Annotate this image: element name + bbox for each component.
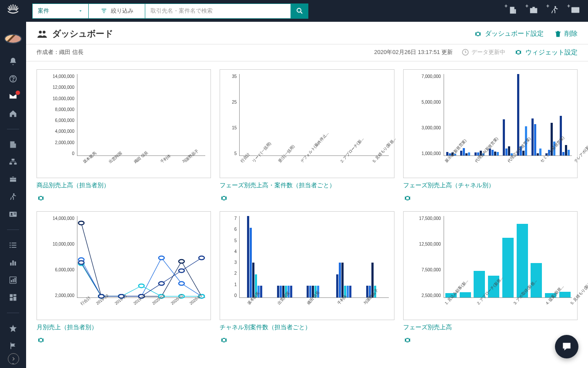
widget: 17,500,00012,500,0007,500,0002,500,0001.… (403, 211, 578, 344)
widget-gear-icon[interactable] (220, 336, 228, 344)
svg-rect-20 (11, 280, 12, 282)
svg-rect-25 (13, 297, 17, 300)
new-deal-icon[interactable]: + (529, 5, 540, 17)
svg-rect-26 (10, 298, 13, 301)
widget-title: 月別売上（担当者別） (37, 324, 211, 331)
svg-rect-9 (14, 214, 16, 214)
svg-rect-24 (13, 294, 17, 296)
widget-title: 商品別売上高（担当者別） (37, 182, 211, 189)
chart: 7,000,0005,000,0003,000,0001,000,000展示会(… (403, 69, 578, 178)
new-company-icon[interactable]: + (508, 5, 519, 17)
delete-link[interactable]: 削除 (554, 30, 578, 38)
updating-indicator: データ更新中 (461, 48, 505, 56)
bell-icon[interactable] (8, 57, 18, 66)
widget-settings-link[interactable]: ウィジェット設定 (514, 48, 578, 57)
svg-point-56 (78, 261, 84, 264)
svg-point-27 (297, 8, 301, 12)
svg-point-60 (159, 282, 164, 285)
svg-rect-22 (14, 278, 16, 282)
new-contact-icon[interactable]: + (571, 5, 582, 17)
bar-chart-icon[interactable] (8, 258, 18, 267)
author-label: 作成者：織田 信長 (37, 48, 84, 56)
page-title: ダッシュボード (37, 28, 113, 40)
svg-rect-28 (510, 7, 514, 14)
svg-rect-18 (14, 262, 16, 266)
svg-rect-8 (14, 213, 16, 213)
widget: 14,000,00012,000,00010,000,0008,000,0006… (37, 69, 211, 203)
dashboard-settings-link[interactable]: ダッシュボード設定 (474, 30, 544, 38)
updated-timestamp: 2020年02月26日 13:17:51 更新 (374, 48, 453, 56)
search-input[interactable]: 取引先名・案件名で検索 (145, 3, 291, 19)
report-icon[interactable] (8, 275, 18, 285)
home-icon[interactable] (8, 109, 18, 118)
widget-gear-icon[interactable] (220, 194, 228, 203)
topbar: 案件 絞り込み 取引先名・案件名で検索 + + + + (26, 0, 588, 22)
entity-select[interactable]: 案件 (32, 3, 89, 19)
card-icon[interactable] (8, 209, 18, 219)
svg-point-61 (179, 269, 184, 272)
widget: 76543210坂本龍馬出雲阿国織田 信長千利休与謝野晶子チャネル別案件数（担当… (220, 211, 394, 344)
user-avatar[interactable] (4, 34, 22, 44)
widget-title: チャネル別案件数（担当者ごと） (220, 324, 394, 331)
help-icon[interactable] (8, 74, 18, 84)
svg-point-52 (139, 284, 144, 287)
mail-icon[interactable] (8, 91, 18, 101)
flag-icon[interactable] (8, 341, 18, 351)
dashboard-icon[interactable] (8, 293, 18, 302)
chart: 17,500,00012,500,0007,500,0002,500,0001.… (403, 211, 578, 320)
svg-rect-31 (571, 7, 579, 13)
svg-point-12 (10, 245, 11, 246)
subheader: 作成者：織田 信長 2020年02月26日 13:17:51 更新 データ更新中… (26, 44, 588, 61)
svg-point-33 (43, 30, 46, 34)
svg-point-35 (78, 221, 84, 225)
chart: 76543210坂本龍馬出雲阿国織田 信長千利休与謝野晶子 (220, 211, 394, 320)
svg-rect-16 (10, 263, 11, 266)
svg-rect-13 (12, 245, 17, 246)
svg-point-1 (13, 81, 13, 81)
page-header: ダッシュボード ダッシュボード設定 削除 (26, 22, 588, 44)
svg-point-32 (39, 30, 42, 34)
list-icon[interactable] (8, 240, 18, 250)
widget-gear-icon[interactable] (37, 194, 45, 203)
widget: 3525155行合計リード(一括用)受注(一括用)デフォルト(最終停止...2.… (220, 69, 394, 203)
svg-rect-15 (12, 247, 17, 248)
svg-point-46 (159, 256, 164, 260)
chart: 3525155行合計リード(一括用)受注(一括用)デフォルト(最終停止...2.… (220, 69, 394, 178)
widget-title: フェーズ別売上高（チャネル別） (403, 182, 578, 189)
svg-point-40 (179, 260, 184, 263)
svg-point-7 (11, 213, 13, 215)
svg-rect-17 (12, 260, 13, 266)
svg-rect-2 (12, 159, 15, 161)
dashboard-content: 14,000,00012,000,00010,000,0008,000,0006… (26, 61, 588, 368)
widget: 7,000,0005,000,0003,000,0001,000,000展示会(… (403, 69, 578, 203)
widget-gear-icon[interactable] (403, 194, 412, 203)
svg-point-62 (199, 256, 204, 260)
svg-point-10 (10, 243, 11, 244)
svg-rect-11 (12, 243, 17, 243)
star-icon[interactable] (8, 324, 18, 333)
chart: 14,000,00012,000,00010,000,0008,000,0006… (37, 69, 211, 178)
activity-icon[interactable] (8, 192, 18, 202)
widget-gear-icon[interactable] (37, 336, 45, 344)
svg-point-14 (10, 247, 11, 248)
new-activity-icon[interactable]: + (550, 5, 561, 17)
chat-bubble-button[interactable] (555, 335, 578, 358)
app-logo[interactable] (5, 3, 21, 17)
svg-rect-21 (13, 279, 14, 283)
svg-rect-3 (10, 163, 12, 165)
sidebar: - (0, 0, 26, 368)
chart: 14,000,00010,000,0006,000,0002,000,000行合… (37, 211, 211, 320)
filter-button[interactable]: 絞り込み (89, 3, 145, 19)
svg-rect-23 (10, 294, 13, 297)
search-button[interactable] (291, 3, 308, 19)
building-icon[interactable] (8, 140, 18, 149)
sidebar-expand-button[interactable] (8, 353, 19, 365)
widget-title: フェーズ別売上高 (403, 324, 578, 331)
svg-rect-29 (514, 9, 516, 14)
widget-gear-icon[interactable] (403, 336, 412, 344)
briefcase-icon[interactable] (8, 175, 18, 184)
widget-title: フェーズ別売上高・案件数（担当者ごと） (220, 182, 394, 189)
org-icon[interactable] (8, 157, 18, 167)
svg-point-47 (179, 282, 184, 285)
widget: 14,000,00010,000,0006,000,0002,000,000行合… (37, 211, 211, 344)
